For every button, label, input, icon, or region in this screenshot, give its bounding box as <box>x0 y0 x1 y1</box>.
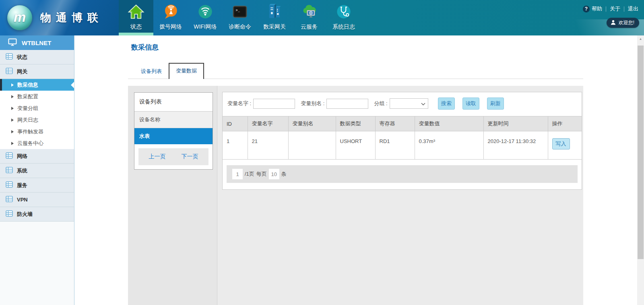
cell-register: RD1 <box>375 131 415 160</box>
nav-item-status[interactable]: 状态 <box>119 0 153 35</box>
variable-alias-input[interactable] <box>326 99 368 109</box>
table-header-row: ID 变量名字 变量别名 数据类型 寄存器 变量数值 更新时间 操作 <box>223 116 582 131</box>
variable-name-label: 变量名字 : <box>227 100 251 107</box>
total-pages-label: /1页 <box>245 170 254 178</box>
variable-data-box: 变量名字 : 变量别名 : 分组 : 搜索 读取 刷新 <box>222 92 582 190</box>
sidebar-group-service[interactable]: 服务 <box>0 178 74 193</box>
refresh-button[interactable]: 刷新 <box>487 98 504 110</box>
cloud-service-icon <box>300 2 318 21</box>
group-label: 分组 : <box>374 100 387 107</box>
device-list-title: 设备列表 <box>134 93 213 112</box>
prev-page-link[interactable]: 上一页 <box>149 153 166 160</box>
list-icon <box>6 53 13 61</box>
page-title: 数采信息 <box>128 35 583 52</box>
group-select[interactable] <box>390 98 428 109</box>
table-pagination: /1页 每页 条 <box>227 165 578 183</box>
sidebar-group-status[interactable]: 状态 <box>0 50 74 64</box>
svg-text:>_: >_ <box>236 8 240 12</box>
next-page-link[interactable]: 下一页 <box>182 153 198 160</box>
arrow-right-icon <box>11 95 14 98</box>
sidebar-item-gateway-log[interactable]: 网关日志 <box>0 114 74 126</box>
search-button[interactable]: 搜索 <box>438 98 455 110</box>
per-page-input[interactable] <box>269 169 279 179</box>
sidebar-group-system[interactable]: 系统 <box>0 164 74 178</box>
sidebar-group-gateway[interactable]: 网关 <box>0 64 74 79</box>
brand-logo-area: m 物通博联 <box>0 0 119 35</box>
cell-variable-alias <box>288 131 336 160</box>
gateway-device-icon <box>265 2 284 21</box>
logout-link[interactable]: 退出 <box>628 5 638 12</box>
user-icon <box>611 20 616 26</box>
tab-variable-data[interactable]: 变量数据 <box>169 63 204 79</box>
list-icon <box>6 210 13 218</box>
sidebar-item-variable-group[interactable]: 变量分组 <box>0 102 74 114</box>
header-right-area: ? 帮助 关于 退出 欢迎您! <box>499 0 644 35</box>
monitor-icon <box>8 38 17 47</box>
col-header-id: ID <box>223 116 248 131</box>
write-button[interactable]: 写入 <box>552 138 570 149</box>
sidebar-group-vpn[interactable]: VPN <box>0 193 74 207</box>
vertical-scrollbar[interactable]: ▲ <box>637 35 644 305</box>
read-button[interactable]: 读取 <box>462 98 479 110</box>
sidebar-group-firewall[interactable]: 防火墙 <box>0 207 74 222</box>
sidebar-group-network[interactable]: 网络 <box>0 149 74 164</box>
nav-item-data-gateway[interactable]: 数采网关 <box>257 0 292 35</box>
scrollbar-thumb[interactable] <box>638 46 644 259</box>
top-links: ? 帮助 关于 退出 <box>583 5 638 12</box>
sidebar-item-event-trigger[interactable]: 事件触发器 <box>0 126 74 137</box>
variables-table: ID 变量名字 变量别名 数据类型 寄存器 变量数值 更新时间 操作 <box>223 116 582 160</box>
current-page-input[interactable] <box>232 169 243 179</box>
nav-item-cloud-service[interactable]: 云服务 <box>292 0 326 35</box>
sidebar-item-data-collection-config[interactable]: 数采配置 <box>0 91 74 102</box>
cell-update-time: 2020-12-17 11:30:32 <box>483 131 548 160</box>
col-header-variable-name: 变量名字 <box>248 116 288 131</box>
wifi-icon <box>196 2 215 21</box>
sidebar-item-data-collection-info[interactable]: 数采信息 <box>0 79 74 91</box>
filter-bar: 变量名字 : 变量别名 : 分组 : 搜索 读取 刷新 <box>223 92 582 114</box>
col-header-variable-value: 变量数值 <box>415 116 483 131</box>
device-name-label: WTBLNET <box>22 39 51 46</box>
list-icon <box>6 166 13 175</box>
col-header-variable-alias: 变量别名 <box>288 116 336 131</box>
device-name-column-header: 设备名称 <box>134 112 213 128</box>
arrow-right-icon <box>11 142 14 145</box>
device-pager: 上一页 下一页 <box>138 148 208 165</box>
welcome-text: 欢迎您! <box>619 19 634 26</box>
unit-label: 条 <box>281 170 287 178</box>
about-link[interactable]: 关于 <box>610 5 620 12</box>
nav-item-wifi-network[interactable]: WIFI网络 <box>188 0 223 35</box>
welcome-badge[interactable]: 欢迎您! <box>607 18 639 28</box>
arrow-right-icon <box>11 83 14 87</box>
device-row-water-meter[interactable]: 水表 <box>134 128 213 144</box>
dialup-network-icon <box>161 2 180 21</box>
brand-globe-icon: m <box>7 5 32 30</box>
variable-data-column: 变量名字 : 变量别名 : 分组 : 搜索 读取 刷新 <box>217 86 583 305</box>
list-icon <box>6 67 13 76</box>
sidebar-item-cloud-service-center[interactable]: 云服务中心 <box>0 137 74 149</box>
chevron-down-icon <box>421 101 425 107</box>
top-header: m 物通博联 状态 拨号网络 WIFI网络 >_ 诊断命令 <box>0 0 644 35</box>
variable-alias-label: 变量别名 : <box>301 100 324 107</box>
system-log-icon <box>334 2 353 21</box>
sidebar-device-header: WTBLNET <box>0 35 74 50</box>
cell-variable-name: 21 <box>248 131 288 160</box>
tab-bar: 设备列表 变量数据 <box>128 64 583 79</box>
nav-item-dialup-network[interactable]: 拨号网络 <box>153 0 188 35</box>
link-divider <box>606 6 606 12</box>
tab-device-list[interactable]: 设备列表 <box>134 64 169 79</box>
cell-data-type: USHORT <box>336 131 375 160</box>
arrow-right-icon <box>11 107 14 110</box>
help-icon: ? <box>583 6 590 12</box>
nav-item-system-log[interactable]: 系统日志 <box>326 0 361 35</box>
col-header-register: 寄存器 <box>375 116 415 131</box>
device-list-box: 设备列表 设备名称 水表 上一页 下一页 <box>134 92 213 170</box>
scroll-up-arrow[interactable]: ▲ <box>637 35 644 42</box>
list-icon <box>6 152 13 160</box>
nav-item-diagnostic-command[interactable]: >_ 诊断命令 <box>223 0 257 35</box>
terminal-icon: >_ <box>231 2 249 21</box>
help-link[interactable]: 帮助 <box>592 5 602 12</box>
brand-name: 物通博联 <box>40 10 103 25</box>
link-divider <box>624 6 624 12</box>
content-panel: 设备列表 设备名称 水表 上一页 下一页 变量名字 : 变量别名 : <box>128 86 583 305</box>
variable-name-input[interactable] <box>253 99 295 109</box>
